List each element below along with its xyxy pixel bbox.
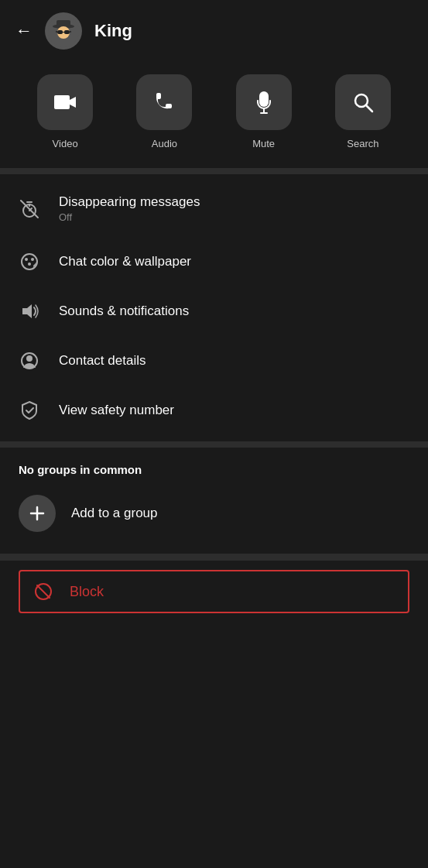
header: ← King — [0, 0, 428, 62]
contact-name: King — [94, 21, 132, 41]
svg-rect-2 — [56, 20, 70, 27]
sounds-text: Sounds & notifications — [59, 304, 409, 319]
add-group-text: Add to a group — [71, 506, 158, 521]
video-label: Video — [53, 138, 78, 149]
action-buttons-bar: Video Audio Mute — [0, 62, 428, 168]
search-button[interactable] — [335, 74, 391, 130]
svg-point-15 — [25, 258, 28, 261]
block-label: Block — [70, 584, 104, 600]
sounds-title: Sounds & notifications — [59, 304, 409, 319]
svg-line-24 — [37, 585, 50, 598]
mute-action[interactable]: Mute — [236, 74, 292, 149]
audio-label: Audio — [152, 138, 177, 149]
groups-header: No groups in common — [19, 463, 409, 476]
disappearing-messages-item[interactable]: Disappearing messages Off — [0, 180, 428, 237]
groups-section: No groups in common Add to a group — [0, 448, 428, 554]
chat-color-item[interactable]: Chat color & wallpaper — [0, 237, 428, 286]
divider-2 — [0, 441, 428, 448]
divider-3 — [0, 554, 428, 560]
sounds-item[interactable]: Sounds & notifications — [0, 286, 428, 336]
svg-line-12 — [366, 105, 372, 112]
block-section: Block — [0, 560, 428, 623]
svg-point-17 — [28, 262, 31, 266]
contact-details-title: Contact details — [59, 353, 409, 369]
safety-number-text: View safety number — [59, 403, 409, 418]
shield-icon — [19, 400, 40, 421]
svg-point-14 — [22, 254, 37, 269]
mute-button[interactable] — [236, 74, 292, 130]
svg-point-16 — [31, 258, 34, 261]
svg-rect-4 — [57, 30, 63, 34]
chat-color-text: Chat color & wallpaper — [59, 254, 409, 269]
svg-point-20 — [26, 355, 33, 362]
disappearing-messages-text: Disappearing messages Off — [59, 194, 409, 223]
audio-action[interactable]: Audio — [136, 74, 192, 149]
block-icon — [33, 581, 54, 602]
palette-icon — [19, 251, 40, 273]
disappearing-messages-subtitle: Off — [59, 211, 409, 223]
block-item[interactable]: Block — [19, 570, 409, 613]
menu-section: Disappearing messages Off Chat color & w… — [0, 174, 428, 441]
video-action[interactable]: Video — [37, 74, 93, 149]
svg-rect-5 — [64, 30, 70, 34]
contact-icon — [19, 350, 40, 372]
safety-number-item[interactable]: View safety number — [0, 386, 428, 435]
disappearing-messages-title: Disappearing messages — [59, 194, 409, 210]
add-group-icon — [19, 495, 56, 532]
mute-label: Mute — [252, 138, 275, 149]
search-action[interactable]: Search — [335, 74, 391, 149]
add-to-group-item[interactable]: Add to a group — [19, 489, 409, 547]
svg-marker-18 — [22, 304, 32, 318]
avatar — [45, 12, 82, 50]
back-button[interactable]: ← — [15, 21, 33, 41]
speaker-icon — [19, 300, 40, 322]
search-label: Search — [347, 138, 378, 149]
divider-1 — [0, 168, 428, 174]
video-button[interactable] — [37, 74, 93, 130]
safety-number-title: View safety number — [59, 403, 409, 418]
audio-button[interactable] — [136, 74, 192, 130]
timer-off-icon — [19, 198, 40, 220]
contact-details-text: Contact details — [59, 353, 409, 369]
chat-color-title: Chat color & wallpaper — [59, 254, 409, 269]
svg-rect-6 — [63, 32, 64, 33]
contact-details-item[interactable]: Contact details — [0, 336, 428, 386]
